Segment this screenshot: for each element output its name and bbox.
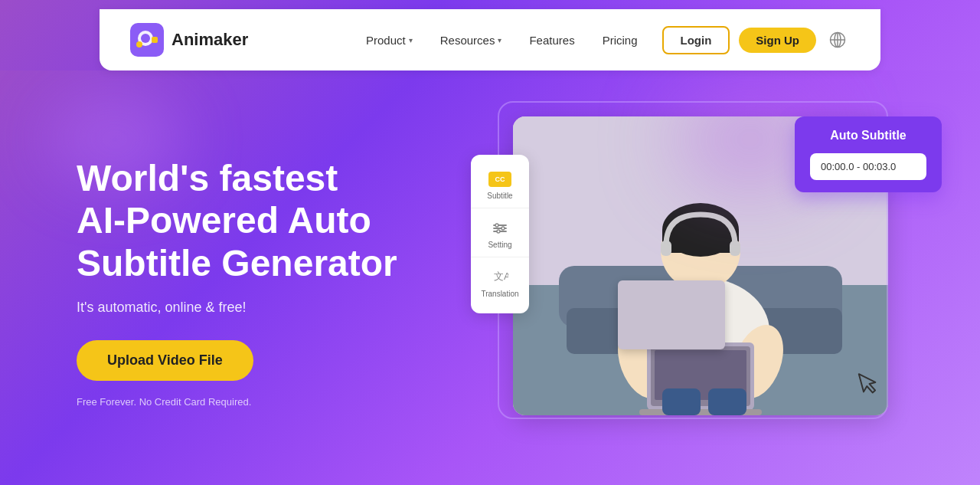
auto-subtitle-title: Auto Subtitle (810, 129, 926, 143)
nav-links: Product ▾ Resources ▾ Features Pricing (366, 34, 637, 47)
svg-rect-18 (661, 241, 671, 256)
subtitle-label: Subtitle (487, 192, 512, 200)
svg-rect-17 (662, 230, 739, 253)
hero-heading: World's fastest AI-Powered Auto Subtitle… (77, 157, 398, 284)
chevron-down-icon: ▾ (409, 36, 413, 44)
nav-product[interactable]: Product ▾ (366, 34, 413, 47)
translation-label: Translation (481, 290, 518, 298)
svg-text:文A: 文A (494, 270, 508, 282)
hero-subheading: It's automatic, online & free! (77, 300, 398, 316)
logo-icon (130, 23, 164, 57)
logo-area[interactable]: Animaker (130, 23, 248, 57)
side-item-translation[interactable]: 文A Translation (471, 261, 529, 306)
svg-point-32 (501, 227, 505, 230)
side-item-subtitle[interactable]: CC Subtitle (471, 162, 529, 208)
svg-rect-3 (152, 37, 158, 43)
nav-features[interactable]: Features (529, 34, 574, 47)
language-selector-button[interactable] (825, 28, 850, 52)
svg-point-2 (141, 34, 150, 43)
cc-icon: CC (488, 170, 512, 188)
translate-icon: 文A (488, 268, 512, 287)
brand-name: Animaker (172, 30, 248, 50)
auto-subtitle-timecode: 00:00.0 - 00:03.0 (810, 153, 926, 180)
nav-pricing[interactable]: Pricing (603, 34, 638, 47)
chevron-down-icon: ▾ (498, 36, 501, 44)
setting-label: Setting (488, 241, 511, 249)
hero-note: Free Forever. No Credit Card Required. (77, 396, 398, 408)
svg-point-33 (497, 230, 500, 233)
svg-point-4 (136, 41, 142, 48)
side-item-setting[interactable]: Setting (471, 211, 529, 257)
upload-button[interactable]: Upload Video File (77, 340, 253, 381)
svg-rect-19 (730, 241, 740, 256)
auto-subtitle-popup: Auto Subtitle 00:00.0 - 00:03.0 (795, 116, 942, 192)
navbar: Animaker Product ▾ Resources ▾ Features … (100, 9, 880, 70)
side-panel: CC Subtitle S (471, 155, 529, 313)
hero-section: World's fastest AI-Powered Auto Subtitle… (0, 70, 980, 485)
signup-button[interactable]: Sign Up (739, 28, 816, 53)
svg-rect-27 (708, 388, 746, 415)
svg-rect-26 (662, 388, 701, 415)
hero-left: World's fastest AI-Powered Auto Subtitle… (0, 157, 398, 408)
svg-rect-13 (567, 308, 842, 354)
nav-resources[interactable]: Resources ▾ (440, 34, 502, 47)
settings-icon (488, 219, 512, 238)
ui-mockup: CC Subtitle S (467, 93, 942, 469)
nav-actions: Login Sign Up (662, 26, 851, 54)
login-button[interactable]: Login (662, 26, 730, 54)
svg-point-31 (495, 224, 498, 227)
